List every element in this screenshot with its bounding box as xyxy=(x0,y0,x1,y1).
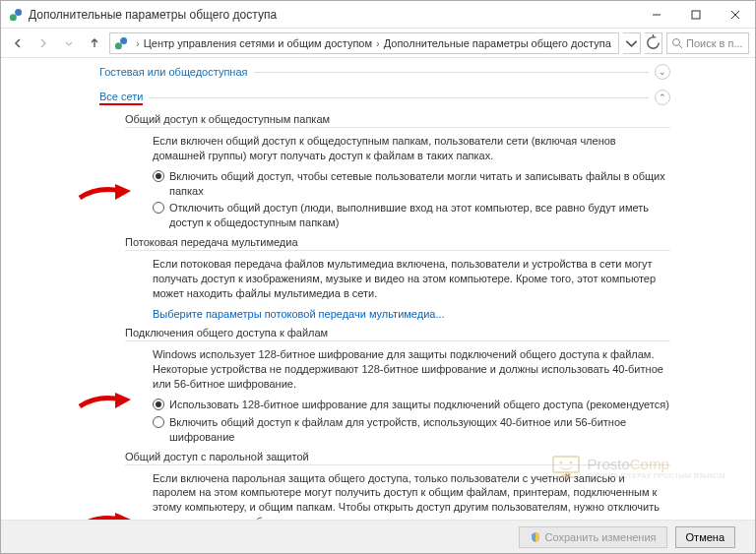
annotation-arrow xyxy=(78,387,135,416)
profile-allnets-header[interactable]: Все сети ⌃ xyxy=(99,88,670,107)
profile-guest-label: Гостевая или общедоступная xyxy=(99,66,248,78)
save-button[interactable]: Сохранить изменения xyxy=(519,526,667,548)
shield-icon xyxy=(530,531,541,543)
radio-label: Использовать 128-битное шифрование для з… xyxy=(169,398,669,412)
group-public-sharing: Общий доступ к общедоступным папкам Если… xyxy=(125,113,670,230)
group-title: Общий доступ с парольной защитой xyxy=(125,451,670,462)
divider xyxy=(125,340,670,341)
chevron-down-icon[interactable]: ⌄ xyxy=(655,64,670,80)
breadcrumb-item[interactable]: Дополнительные параметры общего доступа xyxy=(384,37,611,49)
divider xyxy=(125,250,670,251)
svg-point-8 xyxy=(673,38,680,45)
save-label: Сохранить изменения xyxy=(545,531,657,543)
radio-icon xyxy=(153,170,164,182)
radio-label: Включить общий доступ, чтобы сетевые пол… xyxy=(169,169,670,199)
chevron-right-icon: › xyxy=(376,37,380,49)
profile-allnets-label: Все сети xyxy=(99,91,143,105)
divider xyxy=(125,127,670,128)
profile-guest-header[interactable]: Гостевая или общедоступная ⌄ xyxy=(99,62,670,82)
footer: Сохранить изменения Отмена xyxy=(1,520,755,553)
radio-icon xyxy=(153,416,164,428)
titlebar: Дополнительные параметры общего доступа xyxy=(1,1,755,29)
group-description: Windows использует 128-битное шифрование… xyxy=(153,347,670,392)
minimize-button[interactable] xyxy=(637,1,676,29)
svg-rect-3 xyxy=(692,11,700,19)
divider xyxy=(125,464,670,465)
radio-label: Отключить общий доступ (люди, выполнивши… xyxy=(169,201,670,230)
group-title: Подключения общего доступа к файлам xyxy=(125,327,670,339)
group-media-streaming: Потоковая передача мультимедиа Если пото… xyxy=(125,236,670,321)
window-controls xyxy=(637,1,755,28)
media-options-link[interactable]: Выберите параметры потоковой передачи му… xyxy=(153,307,445,322)
radio-public-on[interactable]: Включить общий доступ, чтобы сетевые пол… xyxy=(153,169,670,199)
back-button[interactable] xyxy=(7,32,29,54)
search-placeholder: Поиск в п... xyxy=(686,37,743,49)
breadcrumb-item[interactable]: Центр управления сетями и общим доступом xyxy=(144,37,372,49)
svg-point-7 xyxy=(120,36,127,43)
breadcrumb-dropdown[interactable] xyxy=(623,32,641,54)
chevron-right-icon: › xyxy=(136,37,140,49)
radio-4056bit[interactable]: Включить общий доступ к файлам для устро… xyxy=(153,415,670,445)
app-icon xyxy=(9,8,23,22)
recent-button[interactable] xyxy=(58,32,80,54)
radio-128bit[interactable]: Использовать 128-битное шифрование для з… xyxy=(153,398,670,412)
app-icon xyxy=(114,36,128,50)
chevron-up-icon[interactable]: ⌃ xyxy=(655,90,670,105)
cancel-label: Отмена xyxy=(686,531,724,543)
svg-point-1 xyxy=(15,8,22,15)
radio-icon xyxy=(153,202,164,214)
group-description: Если потоковая передача файлов мультимед… xyxy=(153,257,670,301)
group-title: Общий доступ к общедоступным папкам xyxy=(125,113,670,125)
radio-public-off[interactable]: Отключить общий доступ (люди, выполнивши… xyxy=(153,201,670,230)
close-button[interactable] xyxy=(716,1,755,29)
search-icon xyxy=(671,37,683,49)
divider xyxy=(254,72,649,73)
annotation-arrow xyxy=(78,178,135,208)
refresh-button[interactable] xyxy=(645,32,662,54)
cancel-button[interactable]: Отмена xyxy=(675,526,735,548)
maximize-button[interactable] xyxy=(676,1,716,29)
search-input[interactable]: Поиск в п... xyxy=(666,32,749,54)
radio-icon xyxy=(153,399,164,410)
group-password-sharing: Общий доступ с парольной защитой Если вк… xyxy=(125,451,670,521)
group-description: Если включена парольная защита общего до… xyxy=(153,471,670,521)
group-file-connections: Подключения общего доступа к файлам Wind… xyxy=(125,327,670,444)
radio-label: Включить общий доступ к файлам для устро… xyxy=(169,415,670,445)
breadcrumb[interactable]: › Центр управления сетями и общим доступ… xyxy=(109,32,619,54)
group-title: Потоковая передача мультимедиа xyxy=(125,236,670,248)
content-area: Гостевая или общедоступная ⌄ Все сети ⌃ … xyxy=(1,58,755,520)
group-description: Если включен общий доступ к общедоступны… xyxy=(153,134,670,163)
forward-button[interactable] xyxy=(32,32,54,54)
svg-point-6 xyxy=(115,42,122,49)
svg-line-9 xyxy=(679,45,682,48)
annotation-arrow xyxy=(78,507,135,520)
up-button[interactable] xyxy=(84,32,105,54)
window-title: Дополнительные параметры общего доступа xyxy=(29,8,637,22)
divider xyxy=(149,97,649,98)
svg-point-0 xyxy=(10,14,17,21)
navbar: › Центр управления сетями и общим доступ… xyxy=(1,29,755,58)
